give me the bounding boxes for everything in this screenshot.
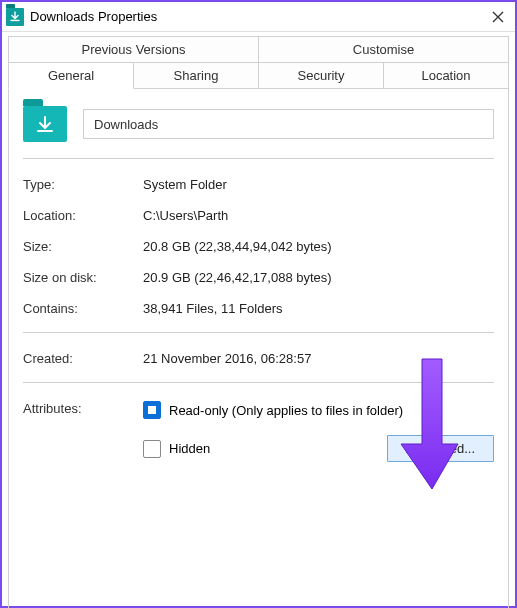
close-icon (492, 11, 504, 23)
tabs-row-bottom: General Sharing Security Location (8, 63, 509, 89)
titlebar: Downloads Properties (2, 2, 515, 32)
download-folder-icon (23, 106, 67, 142)
tabs-row-top: Previous Versions Customise (8, 36, 509, 63)
location-value: C:\Users\Parth (143, 208, 494, 223)
info-grid: Type: System Folder Location: C:\Users\P… (23, 159, 494, 333)
folder-name-input[interactable] (83, 109, 494, 139)
contains-value: 38,941 Files, 11 Folders (143, 301, 494, 316)
tab-customise[interactable]: Customise (258, 36, 509, 63)
tab-general[interactable]: General (8, 63, 134, 89)
readonly-line: Read-only (Only applies to files in fold… (143, 401, 494, 419)
attributes-label: Attributes: (23, 401, 143, 462)
hidden-checkbox[interactable] (143, 440, 161, 458)
size-on-disk-label: Size on disk: (23, 270, 143, 285)
type-value: System Folder (143, 177, 494, 192)
properties-window: Downloads Properties Previous Versions C… (0, 0, 517, 608)
hidden-label: Hidden (169, 441, 210, 456)
close-button[interactable] (485, 4, 511, 30)
hidden-line: Hidden (143, 440, 210, 458)
created-row: Created: 21 November 2016, 06:28:57 (23, 333, 494, 383)
tabs: Previous Versions Customise General Shar… (2, 32, 515, 608)
contains-label: Contains: (23, 301, 143, 316)
created-value: 21 November 2016, 06:28:57 (143, 351, 494, 366)
window-title: Downloads Properties (30, 9, 157, 24)
type-label: Type: (23, 177, 143, 192)
advanced-button[interactable]: Advanced... (387, 435, 494, 462)
readonly-checkbox[interactable] (143, 401, 161, 419)
hidden-advanced-row: Hidden Advanced... (143, 435, 494, 462)
created-label: Created: (23, 351, 143, 366)
title-folder-icon (6, 8, 24, 26)
readonly-label: Read-only (Only applies to files in fold… (169, 403, 403, 418)
size-on-disk-value: 20.9 GB (22,46,42,17,088 bytes) (143, 270, 494, 285)
tab-security[interactable]: Security (258, 63, 384, 89)
general-panel: Type: System Folder Location: C:\Users\P… (8, 88, 509, 608)
tab-location[interactable]: Location (383, 63, 509, 89)
location-label: Location: (23, 208, 143, 223)
size-label: Size: (23, 239, 143, 254)
attributes-stack: Read-only (Only applies to files in fold… (143, 401, 494, 462)
tab-sharing[interactable]: Sharing (133, 63, 259, 89)
size-value: 20.8 GB (22,38,44,94,042 bytes) (143, 239, 494, 254)
tab-previous-versions[interactable]: Previous Versions (8, 36, 259, 63)
attributes-row: Attributes: Read-only (Only applies to f… (23, 383, 494, 462)
name-row (23, 100, 494, 159)
